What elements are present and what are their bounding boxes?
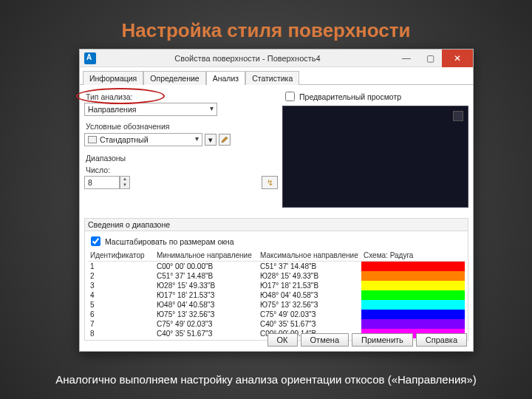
cancel-button[interactable]: Отмена — [301, 333, 349, 347]
table-row[interactable]: 7С75° 49' 02.03"ЗС40° 35' 51.67"З — [88, 319, 465, 329]
cell-id: 4 — [88, 290, 154, 300]
cell-min: Ю48° 04' 40.58"З — [154, 300, 258, 310]
cell-min: Ю75° 13' 32.56"З — [154, 310, 258, 319]
preview-checkbox-input[interactable] — [285, 92, 295, 101]
cell-min: Ю28° 15' 49.33"В — [154, 281, 258, 290]
cell-max: Ю48° 04' 40.58"З — [258, 290, 361, 300]
tab-information[interactable]: Информация — [83, 71, 143, 85]
preview-checkbox[interactable]: Предварительный просмотр — [282, 89, 468, 103]
analysis-type-value: Направления — [88, 105, 136, 114]
cell-min: С00° 00' 00.00"В — [154, 262, 258, 272]
scale-to-fit-checkbox[interactable]: Масштабировать по размерам окна — [88, 234, 465, 248]
preview-viewport[interactable] — [282, 106, 468, 208]
cell-color[interactable] — [361, 300, 465, 310]
surface-properties-dialog: Свойства поверхности - Поверхность4 — ▢ … — [79, 49, 474, 352]
col-max[interactable]: Максимальное направление — [258, 250, 361, 262]
legend-browse-button[interactable]: ▾ — [205, 134, 216, 146]
ok-button[interactable]: ОК — [267, 333, 298, 347]
col-id[interactable]: Идентификатор — [88, 250, 154, 262]
table-row[interactable]: 2С51° 37' 14.48"ВЮ28° 15' 49.33"В — [88, 271, 465, 281]
cell-id: 3 — [88, 281, 154, 290]
cell-color[interactable] — [361, 271, 465, 281]
range-count-stepper[interactable]: ▲▼ — [120, 176, 130, 189]
legend-edit-button[interactable] — [219, 134, 231, 146]
col-scheme[interactable]: Схема: Радуга — [361, 250, 465, 262]
cell-max: С51° 37' 14.48"В — [258, 262, 361, 272]
cell-color[interactable] — [361, 319, 465, 329]
app-icon — [84, 52, 96, 64]
cell-max: Ю28° 15' 49.33"В — [258, 271, 361, 281]
legend-swatch-icon — [88, 136, 97, 143]
scale-to-fit-label: Масштабировать по размерам окна — [105, 237, 234, 246]
help-button[interactable]: Справка — [416, 333, 467, 347]
cell-id: 1 — [88, 262, 154, 272]
table-row[interactable]: 6Ю75° 13' 32.56"ЗС75° 49' 02.03"З — [88, 310, 465, 319]
analysis-type-label: Тип анализа: — [86, 92, 278, 101]
table-row[interactable]: 1С00° 00' 00.00"ВС51° 37' 14.48"В — [88, 262, 465, 272]
cell-color[interactable] — [361, 281, 465, 290]
cell-max: Ю17° 18' 21.53"В — [258, 281, 361, 290]
dialog-footer: ОК Отмена Применить Справка — [267, 333, 467, 347]
analysis-type-select[interactable]: Направления — [84, 103, 217, 116]
cell-color[interactable] — [361, 290, 465, 300]
run-analysis-button[interactable]: ↯ — [262, 176, 278, 189]
table-row[interactable]: 5Ю48° 04' 40.58"ЗЮ75° 13' 32.56"З — [88, 300, 465, 310]
cell-max: Ю75° 13' 32.56"З — [258, 300, 361, 310]
apply-button[interactable]: Применить — [352, 333, 413, 347]
legend-select[interactable]: Стандартный — [84, 133, 202, 146]
cell-id: 5 — [88, 300, 154, 310]
cell-min: С75° 49' 02.03"З — [154, 319, 258, 329]
cell-min: С51° 37' 14.48"В — [154, 271, 258, 281]
range-table: Идентификатор Минимальное направление Ма… — [88, 250, 465, 338]
count-label: Число: — [86, 166, 278, 174]
slide-caption: Аналогично выполняем настройку анализа о… — [0, 373, 532, 386]
close-button[interactable]: ✕ — [442, 50, 473, 67]
preview-label: Предварительный просмотр — [299, 92, 401, 101]
cell-max: С40° 35' 51.67"З — [258, 319, 361, 329]
viewport-view-cube[interactable] — [453, 111, 463, 121]
cell-color[interactable] — [361, 262, 465, 272]
maximize-button[interactable]: ▢ — [418, 50, 442, 67]
cell-id: 6 — [88, 310, 154, 319]
legend-label: Условные обозначения — [86, 122, 278, 131]
ranges-label: Диапазоны — [86, 154, 278, 163]
minimize-button[interactable]: — — [395, 50, 418, 67]
table-row[interactable]: 3Ю28° 15' 49.33"ВЮ17° 18' 21.53"В — [88, 281, 465, 290]
legend-value: Стандартный — [100, 135, 149, 144]
table-row[interactable]: 4Ю17° 18' 21.53"ЗЮ48° 04' 40.58"З — [88, 290, 465, 300]
cell-id: 8 — [88, 329, 154, 338]
tab-definition[interactable]: Определение — [143, 71, 205, 85]
dialog-title: Свойства поверхности - Поверхность4 — [100, 54, 395, 63]
cell-min: С40° 35' 51.67"З — [154, 329, 258, 338]
cell-id: 2 — [88, 271, 154, 281]
range-section-header: Сведения о диапазоне — [84, 218, 468, 231]
titlebar: Свойства поверхности - Поверхность4 — ▢ … — [80, 50, 473, 67]
cell-min: Ю17° 18' 21.53"З — [154, 290, 258, 300]
window-buttons: — ▢ ✕ — [395, 50, 473, 67]
pencil-icon — [221, 136, 228, 143]
cell-max: С75° 49' 02.03"З — [258, 310, 361, 319]
cell-color[interactable] — [361, 310, 465, 319]
col-min[interactable]: Минимальное направление — [154, 250, 258, 262]
cell-id: 7 — [88, 319, 154, 329]
scale-to-fit-input[interactable] — [91, 236, 100, 246]
range-count-input[interactable]: 8 — [84, 176, 120, 189]
tab-analysis[interactable]: Анализ — [206, 71, 245, 85]
tab-strip: Информация Определение Анализ Статистика — [80, 67, 473, 85]
slide-title: Настройка стиля поверхности — [0, 19, 532, 42]
tab-statistics[interactable]: Статистика — [245, 71, 299, 85]
